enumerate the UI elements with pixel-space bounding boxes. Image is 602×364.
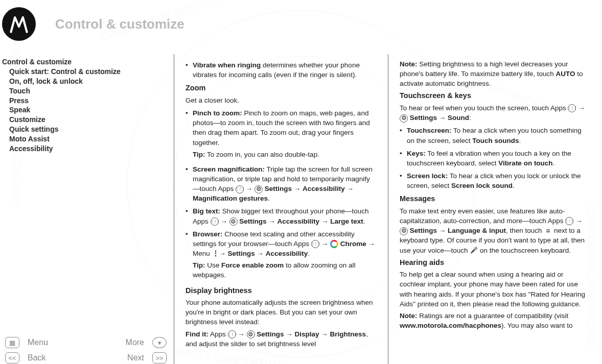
findit-display: Display <box>295 330 319 338</box>
touchscreen-opt: Touch sounds <box>472 137 519 144</box>
browser-settings: Settings <box>228 250 255 257</box>
mag-label: Screen magnification: <box>193 165 265 173</box>
next-label[interactable]: Next <box>123 353 148 362</box>
chrome-icon <box>330 240 338 248</box>
nav-item-press[interactable]: Press <box>9 96 170 106</box>
vibrate-label: Vibrate when ringing <box>193 61 261 69</box>
touchscreen-label: Touchscreen: <box>407 127 452 134</box>
nav-item-quick-settings[interactable]: Quick settings <box>9 125 170 134</box>
sliders-icon <box>544 227 552 235</box>
nav-item-speak[interactable]: Speak <box>9 105 170 115</box>
nav-item-accessibility[interactable]: Accessibility <box>9 144 170 154</box>
zoom-heading: Zoom <box>186 83 377 93</box>
apps-icon <box>565 217 573 225</box>
nav-list: Control & customize Quick start: Control… <box>2 57 170 154</box>
nav-item-on-off[interactable]: On, off, lock & unlock <box>9 77 170 86</box>
lock-opt: Screen lock sound <box>451 182 513 189</box>
apps-icon <box>211 217 219 226</box>
ha-text: To help get a clear sound when using a h… <box>400 270 591 309</box>
back-icon[interactable]: << <box>5 352 19 363</box>
bigtext-settings: Settings <box>238 217 267 225</box>
browser-tip-label: Tip: <box>193 261 205 269</box>
tk-sound: Sound <box>448 114 469 122</box>
page-title: Control & customize <box>55 16 184 32</box>
msg-text2: , then touch <box>506 227 544 234</box>
display-text: Your phone automatically adjusts the scr… <box>186 298 377 327</box>
gear-icon <box>400 227 408 235</box>
gear-icon <box>400 114 408 123</box>
browser-force: Force enable zoom <box>221 261 284 269</box>
pinch-tip-text: To zoom in, you can also double-tap. <box>205 151 319 158</box>
note2-text1: Ratings are not a guarantee of compatibi… <box>418 312 569 320</box>
sidebar: Control & customize Quick start: Control… <box>0 54 174 364</box>
note2-text2: ). You may also want to <box>501 322 573 329</box>
bottom-nav: ▦ Menu More ▾ << Back Next >> <box>2 335 170 364</box>
browser-chrome: Chrome <box>338 240 366 248</box>
note2-url: www.motorola.com/hacphones <box>400 322 501 329</box>
bigtext-large: Large text <box>330 217 363 225</box>
back-label[interactable]: Back <box>24 353 50 362</box>
findit-label: Find it: <box>186 330 209 338</box>
apps-icon <box>228 330 236 338</box>
nav-item-touch[interactable]: Touch <box>9 86 170 96</box>
nav-item-quick-start[interactable]: Quick start: Control & customize <box>9 67 170 77</box>
zoom-intro: Get a closer look. <box>186 95 377 105</box>
motorola-logo <box>2 7 36 41</box>
display-heading: Display brightness <box>186 285 377 296</box>
column-1: • Vibrate when ringing determines whethe… <box>174 54 388 364</box>
apps-icon <box>568 104 576 112</box>
mic-icon <box>470 247 478 255</box>
gear-icon <box>247 330 255 338</box>
bigtext-acc: Accessibility <box>277 217 320 225</box>
nav-item-moto-assist[interactable]: Moto Assist <box>9 134 170 144</box>
menu-icon[interactable]: ▦ <box>5 337 19 348</box>
bigtext-label: Big text: <box>193 207 220 215</box>
ha-heading: Hearing aids <box>400 257 591 268</box>
note2-label: Note: <box>400 312 418 320</box>
browser-acc: Accessibility <box>266 250 308 257</box>
tk-intro: To hear or feel when you touch the scree… <box>400 104 568 112</box>
mag-settings: Settings <box>263 185 292 192</box>
tk-heading: Touchscreen & keys <box>400 90 591 101</box>
msg-heading: Messages <box>400 193 591 204</box>
msg-text4: on the touchscreen keyboard. <box>478 247 571 254</box>
menu-dots-icon: ⋮ <box>212 249 217 258</box>
tk-settings: Settings <box>408 114 437 122</box>
nav-item-customize[interactable]: Customize <box>9 115 170 125</box>
msg-lang: Language & input <box>448 227 506 234</box>
mag-gest: Magnification gestures <box>193 195 268 202</box>
findit-brightness: Brightness <box>330 330 366 338</box>
more-label[interactable]: More <box>122 338 148 347</box>
pinch-label: Pinch to zoom: <box>193 109 242 117</box>
next-icon[interactable]: >> <box>152 352 167 363</box>
apps-icon <box>311 240 319 248</box>
note1-label: Note: <box>400 60 418 68</box>
menu-label[interactable]: Menu <box>24 338 52 347</box>
keys-opt: Vibrate on touch <box>498 159 552 167</box>
msg-text1: To make text entry even easier, use feat… <box>400 207 565 225</box>
gear-icon <box>254 185 263 193</box>
note1-text1: Setting brightness to a high level decre… <box>400 60 568 78</box>
findit-apps: Apps <box>209 330 228 338</box>
gear-icon <box>229 217 238 226</box>
mag-acc: Accessibility <box>303 185 345 192</box>
findit-settings: Settings <box>255 330 284 338</box>
browser-menu: Menu <box>193 250 212 257</box>
keys-label: Keys: <box>407 150 426 157</box>
nav-item-control-customize[interactable]: Control & customize <box>2 57 170 67</box>
note1-auto: AUTO <box>555 70 575 78</box>
column-2: Note: Setting brightness to a high level… <box>388 54 602 364</box>
msg-settings: Settings <box>408 227 437 234</box>
pinch-tip-label: Tip: <box>193 151 205 158</box>
apps-icon <box>236 185 244 193</box>
browser-label: Browser: <box>193 230 223 238</box>
browser-tip-text1: Use <box>205 261 222 269</box>
lock-label: Screen lock: <box>407 172 448 180</box>
header: Control & customize <box>0 0 602 54</box>
more-icon[interactable]: ▾ <box>152 337 167 348</box>
